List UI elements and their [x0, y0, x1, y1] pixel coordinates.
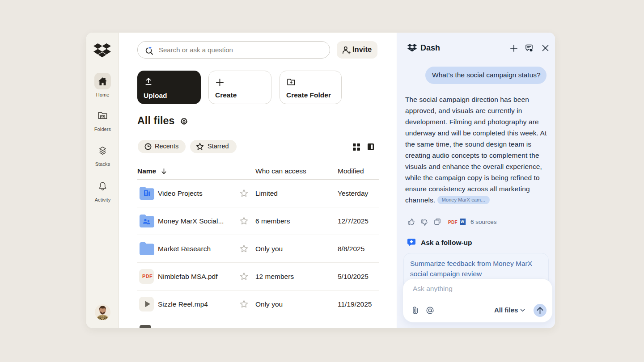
svg-text:W: W [461, 219, 465, 224]
